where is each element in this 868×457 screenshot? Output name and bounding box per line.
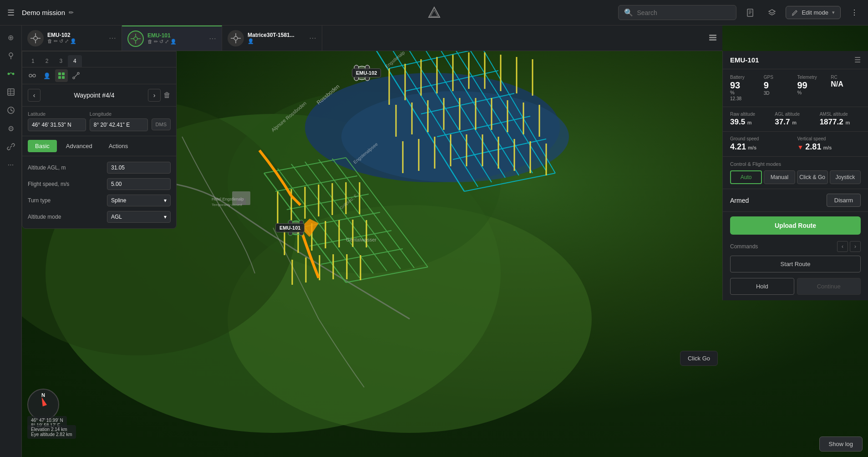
emu-101-expand-icon[interactable]: ⤢ [165,39,169,45]
grid-icon [58,72,65,79]
sidebar-link-btn[interactable] [3,139,19,155]
emu-101-more-btn[interactable]: ⋯ [209,34,216,43]
dms-label [152,111,171,117]
edit-mission-icon[interactable]: ✏ [69,9,74,16]
svg-marker-115 [431,10,438,16]
sidebar-route-btn[interactable] [3,66,19,82]
wp-delete-btn[interactable]: 🗑 [163,91,171,99]
wp-coords: Latitude Longitude DMS [22,107,176,136]
emu-102-icons: 🗑 ✏ ↺ ⤢ 👤 [47,38,105,44]
emu-101-delete-icon[interactable]: 🗑 [147,39,152,45]
click-go-panel[interactable]: Click Go [680,351,718,366]
sidebar-settings-btn[interactable]: ⚙ [3,120,19,137]
joystick-mode-btn[interactable]: Joystick [830,170,861,184]
rp-stats: Battery 93 % 12.38 GPS 9 3D Telemetry 99… [723,69,868,107]
speed-label: Flight speed, m/s [28,181,107,187]
auto-mode-btn[interactable]: Auto [730,170,762,184]
commands-next-btn[interactable]: › [850,241,861,252]
hold-continue-row: Hold Continue [730,278,861,295]
svg-rect-138 [58,76,61,79]
disarm-button[interactable]: Disarm [827,194,861,207]
wp-tab-2[interactable]: 2 [40,55,54,67]
emu-102-edit-icon[interactable]: ✏ [54,38,58,44]
wp-tab-3[interactable]: 3 [54,55,68,67]
rp-header: EMU-101 ☰ [723,51,868,69]
emu-101-info: EMU-101 🗑 ✏ ↺ ⤢ 👤 [147,32,205,45]
rp-list-icon-btn[interactable]: ☰ [854,56,861,64]
rc-stat: RC N/A [831,75,861,101]
amsl-alt-value: 1877.2 m [820,118,861,127]
longitude-input[interactable] [90,118,148,131]
wp-altitude-field: Altitude AGL, m [28,162,171,174]
agl-alt-unit: m [792,120,797,125]
dms-button[interactable]: DMS [152,118,171,130]
sidebar-waypoint-btn[interactable] [3,47,19,64]
hold-button[interactable]: Hold [730,278,794,295]
speed-input[interactable] [107,178,171,190]
wp-tool-path[interactable] [70,69,82,82]
svg-point-141 [77,72,79,74]
wp-next-btn[interactable]: › [148,89,161,102]
edit-mode-button[interactable]: Edit mode ▾ [786,6,841,19]
wp-advanced-tab[interactable]: Advanced [59,140,100,152]
emu-102-info: EMU-102 🗑 ✏ ↺ ⤢ 👤 [47,32,105,44]
commands-prev-btn[interactable]: ‹ [837,241,848,252]
agl-alt-value: 37.7 m [775,118,816,127]
agl-alt-label: AGL altitude [775,112,816,117]
show-log-button[interactable]: Show log [819,436,863,452]
svg-rect-159 [709,39,716,41]
svg-line-132 [11,110,13,111]
battery-value: 93 [730,81,760,90]
click-go-mode-btn[interactable]: Click & Go [797,170,828,184]
drone-tabs-expand-btn[interactable] [709,33,722,43]
sidebar-more-btn[interactable]: ··· [3,157,19,173]
search-bar[interactable]: 🔍 [618,5,736,20]
matrice-name: Matrice30T-1581... [248,32,305,38]
table-icon [7,88,15,96]
sidebar-clock-btn[interactable] [3,102,19,118]
manual-mode-btn[interactable]: Manual [764,170,795,184]
altitude-label: Altitude AGL, m [28,164,107,171]
emu-102-refresh-icon[interactable]: ↺ [59,38,63,44]
turn-select[interactable]: Spline ▾ [107,195,171,206]
amsl-altitude: AMSL altitude 1877.2 m [820,112,861,127]
wp-tab-4[interactable]: 4 [68,55,82,67]
wp-tab-1[interactable]: 1 [26,55,40,67]
emu-101-refresh-icon[interactable]: ↺ [159,39,163,45]
emu-102-expand-icon[interactable]: ⤢ [65,38,69,44]
svg-point-124 [7,73,10,75]
svg-point-142 [34,36,37,40]
svg-marker-114 [429,7,440,17]
emu-102-delete-icon[interactable]: 🗑 [47,38,52,44]
matrice-card[interactable]: Matrice30T-1581... 👤 ⋯ [222,26,322,51]
emu-102-more-btn[interactable]: ⋯ [109,34,116,42]
sidebar-add-btn[interactable]: ⊕ [3,29,19,46]
start-route-button[interactable]: Start Route [730,256,861,272]
mission-title: Demo mission ✏ [22,9,74,16]
wp-tool-grid[interactable] [55,69,68,82]
latitude-input[interactable] [28,118,86,131]
emu-101-card[interactable]: EMU-101 🗑 ✏ ↺ ⤢ 👤 ⋯ [122,26,222,51]
wp-tool-person[interactable]: 👤 [41,69,53,82]
battery-unit: % [730,90,760,95]
svg-rect-139 [62,76,65,79]
svg-point-5 [341,91,569,182]
svg-rect-134 [33,74,36,77]
emu-102-card[interactable]: EMU-102 🗑 ✏ ↺ ⤢ 👤 ⋯ [22,26,122,51]
search-input[interactable] [637,9,719,16]
sidebar-table-btn[interactable] [3,84,19,100]
document-icon-btn[interactable] [742,5,758,21]
layers-icon-btn[interactable] [764,5,780,21]
altmode-select[interactable]: AGL ▾ [107,211,171,223]
ground-speed-unit: m/s [748,145,756,150]
matrice-more-btn[interactable]: ⋯ [309,34,316,42]
more-options-btn[interactable]: ⋮ [846,5,863,21]
altitude-input[interactable] [107,162,171,174]
menu-icon[interactable]: ☰ [5,6,16,20]
wp-prev-btn[interactable]: ‹ [28,89,41,102]
upload-route-button[interactable]: Upload Route [730,216,861,235]
emu-101-edit-icon[interactable]: ✏ [154,39,158,45]
wp-actions-tab[interactable]: Actions [102,140,136,152]
wp-tool-chain[interactable] [26,69,39,82]
wp-basic-tab[interactable]: Basic [28,140,57,152]
